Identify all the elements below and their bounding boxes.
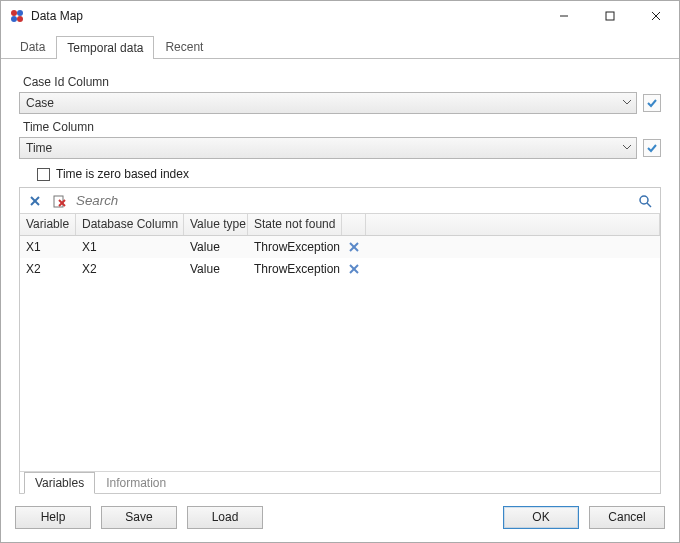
case-id-value: Case	[26, 96, 54, 110]
cell-snf: ThrowException	[248, 240, 342, 254]
app-icon	[9, 8, 25, 24]
main-tabstrip: Data Temporal data Recent	[1, 35, 679, 59]
svg-point-3	[17, 16, 23, 22]
cell-snf: ThrowException	[248, 262, 342, 276]
time-column-options-button[interactable]	[643, 139, 661, 157]
svg-point-13	[640, 196, 648, 204]
clear-all-icon[interactable]	[50, 192, 68, 210]
zero-index-label: Time is zero based index	[56, 167, 189, 181]
search-input[interactable]	[74, 191, 630, 211]
zero-index-checkbox-row: Time is zero based index	[37, 167, 661, 181]
svg-point-1	[17, 10, 23, 16]
save-button[interactable]: Save	[101, 506, 177, 529]
ok-button[interactable]: OK	[503, 506, 579, 529]
grid-header: Variable Database Column Value type Stat…	[20, 214, 660, 236]
cell-db: X1	[76, 240, 184, 254]
window-title: Data Map	[31, 9, 83, 23]
table-row[interactable]: X2 X2 Value ThrowException	[20, 258, 660, 280]
grid-body: X1 X1 Value ThrowException X2 X2 Value T…	[20, 236, 660, 471]
zero-index-checkbox[interactable]	[37, 168, 50, 181]
chevron-down-icon	[622, 96, 632, 110]
col-actions	[342, 214, 366, 235]
tab-data[interactable]: Data	[9, 35, 56, 58]
maximize-button[interactable]	[587, 1, 633, 31]
time-column-combo[interactable]: Time	[19, 137, 637, 159]
row-delete-button[interactable]	[342, 242, 366, 252]
cell-variable: X2	[20, 262, 76, 276]
chevron-down-icon	[622, 141, 632, 155]
cell-vtype: Value	[184, 262, 248, 276]
col-database[interactable]: Database Column	[76, 214, 184, 235]
titlebar: Data Map	[1, 1, 679, 31]
minimize-button[interactable]	[541, 1, 587, 31]
variables-grid: Variable Database Column Value type Stat…	[19, 187, 661, 494]
svg-point-0	[11, 10, 17, 16]
svg-line-14	[647, 203, 651, 207]
subtab-variables[interactable]: Variables	[24, 472, 95, 494]
load-button[interactable]: Load	[187, 506, 263, 529]
grid-toolbar	[20, 188, 660, 214]
window: Data Map Data Temporal data Recent Case …	[0, 0, 680, 543]
cell-db: X2	[76, 262, 184, 276]
table-row[interactable]: X1 X1 Value ThrowException	[20, 236, 660, 258]
case-id-combo[interactable]: Case	[19, 92, 637, 114]
help-button[interactable]: Help	[15, 506, 91, 529]
row-delete-button[interactable]	[342, 264, 366, 274]
clear-icon[interactable]	[26, 192, 44, 210]
col-spacer	[366, 214, 660, 235]
grid-subtabs: Variables Information	[20, 471, 660, 493]
svg-point-2	[11, 16, 17, 22]
close-button[interactable]	[633, 1, 679, 31]
time-column-value: Time	[26, 141, 52, 155]
content-area: Case Id Column Case Time Column Time	[1, 59, 679, 502]
cell-variable: X1	[20, 240, 76, 254]
tab-temporal-data[interactable]: Temporal data	[56, 36, 154, 59]
subtab-information[interactable]: Information	[95, 472, 177, 494]
svg-rect-5	[606, 12, 614, 20]
search-icon[interactable]	[636, 192, 654, 210]
cancel-button[interactable]: Cancel	[589, 506, 665, 529]
time-column-label: Time Column	[23, 120, 661, 134]
case-id-options-button[interactable]	[643, 94, 661, 112]
col-state-not-found[interactable]: State not found	[248, 214, 342, 235]
footer: Help Save Load OK Cancel	[1, 502, 679, 542]
col-value-type[interactable]: Value type	[184, 214, 248, 235]
tab-recent[interactable]: Recent	[154, 35, 214, 58]
col-variable[interactable]: Variable	[20, 214, 76, 235]
cell-vtype: Value	[184, 240, 248, 254]
case-id-label: Case Id Column	[23, 75, 661, 89]
